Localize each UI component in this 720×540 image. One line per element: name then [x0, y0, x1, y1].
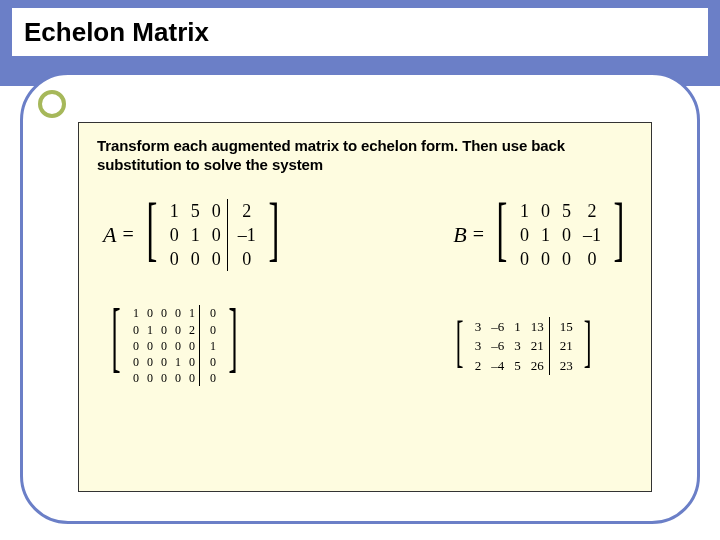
matrix-C: [ 100010 010020 000001 000100 000000 ] — [103, 305, 246, 386]
left-bracket-icon: [ — [456, 317, 464, 376]
matrix-A-grid: 1502 010–1 0000 — [164, 199, 262, 272]
bottom-matrix-row: [ 100010 010020 000001 000100 000000 ] [… — [97, 305, 633, 386]
title-box: Echelon Matrix — [12, 8, 708, 56]
matrix-D: [ 3–611315 3–632121 2–452623 ] — [450, 317, 597, 376]
bullet-icon — [38, 90, 66, 118]
right-bracket-icon: ] — [268, 199, 279, 272]
matrix-D-grid: 3–611315 3–632121 2–452623 — [470, 317, 578, 376]
matrix-A-body: [ 1502 010–1 0000 ] — [140, 199, 286, 272]
slide-title: Echelon Matrix — [24, 17, 209, 48]
equals-sign: = — [122, 223, 133, 246]
equals-sign: = — [473, 223, 484, 246]
right-bracket-icon: ] — [228, 305, 237, 386]
right-bracket-icon: ] — [583, 317, 591, 376]
instruction-text: Transform each augmented matrix to echel… — [97, 137, 633, 175]
left-bracket-icon: [ — [146, 199, 157, 272]
top-matrix-row: A = [ 1502 010–1 0000 ] B = [ — [97, 199, 633, 272]
right-bracket-icon: ] — [614, 199, 625, 272]
content-box: Transform each augmented matrix to echel… — [78, 122, 652, 492]
matrix-C-grid: 100010 010020 000001 000100 000000 — [129, 305, 220, 386]
matrix-B-grid: 1052 010–1 0000 — [514, 199, 607, 272]
matrix-B-body: [ 1052 010–1 0000 ] — [490, 199, 631, 272]
left-bracket-icon: [ — [111, 305, 120, 386]
matrix-A: A = [ 1502 010–1 0000 ] — [103, 199, 286, 272]
matrix-A-label: A — [103, 222, 116, 248]
matrix-B: B = [ 1052 010–1 0000 ] — [453, 199, 631, 272]
left-bracket-icon: [ — [497, 199, 508, 272]
matrix-B-label: B — [453, 222, 466, 248]
